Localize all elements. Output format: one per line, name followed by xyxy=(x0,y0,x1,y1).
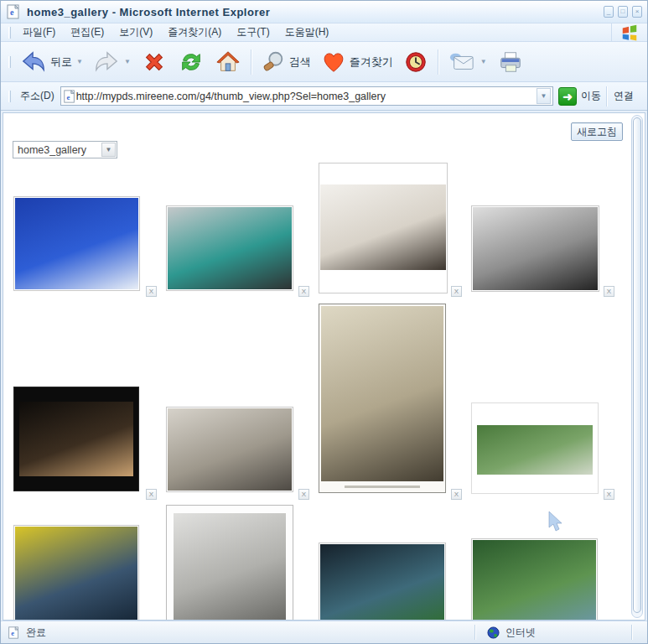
thumbnail-bw-dirt-road-turbine[interactable] xyxy=(166,505,293,621)
status-text: 완료 xyxy=(26,626,46,640)
browser-window: e home3_gallery - Microsoft Internet Exp… xyxy=(0,0,648,644)
toolbar-grip[interactable] xyxy=(8,56,11,68)
status-separator xyxy=(631,625,632,640)
home-button[interactable] xyxy=(210,46,246,78)
thumbnail-girl-grass-storm-sky[interactable] xyxy=(319,543,446,621)
thumbnail-daisies-blue-sky[interactable] xyxy=(13,196,140,291)
minimize-button[interactable]: _ xyxy=(604,6,614,18)
go-button[interactable]: ➜ 이동 xyxy=(558,87,601,106)
forward-icon xyxy=(93,49,120,75)
photo-girl-grass-storm-sky xyxy=(320,544,444,621)
address-dropdown-button[interactable]: ▼ xyxy=(537,88,551,104)
photo-bw-street-market xyxy=(473,207,598,290)
gallery-cell: X xyxy=(4,500,157,621)
delete-thumbnail-button[interactable]: X xyxy=(298,286,309,297)
address-bar: 주소(D) e http://mypds.mireene.com/g4/thum… xyxy=(1,82,647,111)
delete-thumbnail-button[interactable]: X xyxy=(146,489,157,500)
delete-thumbnail-button[interactable]: X xyxy=(298,489,309,500)
stop-icon xyxy=(141,49,168,75)
go-label: 이동 xyxy=(581,89,601,103)
title-bar[interactable]: e home3_gallery - Microsoft Internet Exp… xyxy=(1,1,647,23)
search-icon xyxy=(261,49,286,75)
gallery-cell: X xyxy=(4,297,157,500)
delete-thumbnail-button[interactable]: X xyxy=(451,286,462,297)
gallery-cell: X xyxy=(157,500,309,621)
photo-sepia-boardwalk-woman xyxy=(321,306,443,481)
search-label: 검색 xyxy=(289,55,311,70)
thumbnail-person-floor-dark[interactable] xyxy=(13,387,139,491)
photo-sepia-girl-with-dog xyxy=(168,408,292,491)
page-content: 새로고침 home3_gallery ▼ XXXXXXXXXXXX xyxy=(3,112,645,621)
back-button[interactable]: 뒤로 ▼ xyxy=(15,46,88,78)
print-button[interactable] xyxy=(492,46,529,78)
close-button[interactable]: × xyxy=(632,6,642,18)
delete-thumbnail-button[interactable]: X xyxy=(146,286,157,297)
scrollbar-thumb[interactable] xyxy=(633,117,641,613)
page-refresh-button[interactable]: 새로고침 xyxy=(571,122,623,141)
photo-yellow-balloons-building xyxy=(15,527,137,621)
menu-grip[interactable] xyxy=(8,27,11,39)
thumbnail-yellow-balloons-building[interactable] xyxy=(13,525,139,621)
history-button[interactable] xyxy=(398,46,433,78)
mail-icon xyxy=(448,49,476,75)
mail-dropdown-caret[interactable]: ▼ xyxy=(480,58,487,65)
favorites-button[interactable]: 즐겨찾기 xyxy=(316,46,398,78)
gallery: XXXXXXXXXXXX xyxy=(4,159,630,621)
favorites-label: 즐겨찾기 xyxy=(350,55,393,70)
refresh-button[interactable] xyxy=(173,46,210,78)
internet-globe-icon xyxy=(487,626,500,639)
ie-page-icon: e xyxy=(63,90,76,103)
menu-edit[interactable]: 편집(E) xyxy=(63,23,111,42)
gallery-row: XXXX xyxy=(4,159,630,297)
maximize-button[interactable]: □ xyxy=(618,6,628,18)
thumbnail-sepia-boardwalk-woman[interactable] xyxy=(319,304,446,493)
thumbnail-sleeping-girl-white[interactable] xyxy=(319,163,448,293)
links-label: 연결 xyxy=(614,89,634,103)
status-separator xyxy=(474,625,475,640)
menu-tools[interactable]: 도구(T) xyxy=(229,23,277,42)
back-icon xyxy=(20,49,47,75)
menu-view[interactable]: 보기(V) xyxy=(111,23,160,42)
address-label: 주소(D) xyxy=(20,89,54,103)
address-url[interactable]: http://mypds.mireene.com/g4/thumb_view.p… xyxy=(76,91,537,102)
address-input[interactable]: e http://mypds.mireene.com/g4/thumb_view… xyxy=(60,86,553,106)
vertical-scrollbar[interactable] xyxy=(631,115,643,618)
delete-thumbnail-button[interactable]: X xyxy=(604,286,614,297)
favorites-heart-icon xyxy=(321,49,346,75)
toolbar-separator xyxy=(438,49,438,75)
stop-button[interactable] xyxy=(136,46,173,78)
menu-help[interactable]: 도움말(H) xyxy=(277,23,337,42)
forward-dropdown-caret[interactable]: ▼ xyxy=(124,58,131,65)
home-icon xyxy=(215,49,241,75)
photo-stepping-stones-water xyxy=(477,425,593,475)
menu-favorites[interactable]: 즐겨찾기(A) xyxy=(160,23,229,42)
gallery-select[interactable]: home3_gallery ▼ xyxy=(13,141,117,158)
gallery-cell: X xyxy=(462,500,614,621)
refresh-icon xyxy=(178,49,205,75)
delete-thumbnail-button[interactable]: X xyxy=(604,489,614,500)
address-grip[interactable] xyxy=(8,91,11,102)
gallery-cell: X xyxy=(462,159,614,297)
menu-file[interactable]: 파일(F) xyxy=(15,23,63,42)
go-arrow-icon: ➜ xyxy=(558,87,577,106)
gallery-cell: X xyxy=(309,500,462,621)
thumbnail-stepping-stones-water[interactable] xyxy=(471,402,599,494)
mail-button[interactable]: ▼ xyxy=(443,46,492,78)
toolbar: 뒤로 ▼ ▼ xyxy=(1,42,647,82)
ie-page-icon: e xyxy=(8,626,20,639)
gallery-cell: X xyxy=(309,297,462,500)
svg-text:e: e xyxy=(11,629,14,636)
connection-zone-text: 인터넷 xyxy=(505,626,536,640)
select-dropdown-icon[interactable]: ▼ xyxy=(101,143,116,157)
forward-button[interactable]: ▼ xyxy=(88,46,136,78)
search-button[interactable]: 검색 xyxy=(256,46,316,78)
thumbnail-bw-street-market[interactable] xyxy=(471,205,599,292)
thumbnail-two-girls-blue-boat[interactable] xyxy=(471,538,598,621)
links-bar[interactable]: 연결 xyxy=(606,86,644,106)
thumbnail-sepia-girl-with-dog[interactable] xyxy=(166,407,293,492)
toolbar-separator xyxy=(251,49,251,75)
delete-thumbnail-button[interactable]: X xyxy=(451,489,462,500)
back-dropdown-caret[interactable]: ▼ xyxy=(76,58,83,65)
thumbnail-girl-teal-sweater[interactable] xyxy=(166,205,293,291)
photo-two-girls-blue-boat xyxy=(473,540,596,621)
